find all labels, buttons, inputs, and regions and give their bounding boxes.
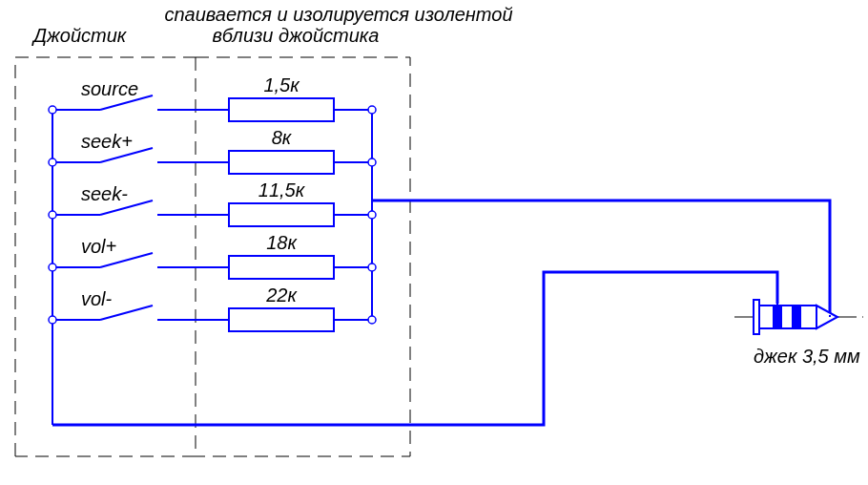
schematic-diagram: Джойстик спаивается и изолируется изолен… <box>0 0 868 485</box>
svg-rect-14 <box>229 151 334 174</box>
switch-label: vol- <box>81 288 113 309</box>
joystick-title: Джойстик <box>31 25 128 46</box>
switch-label: source <box>81 78 138 99</box>
jack-label: джек 3,5 мм <box>754 346 860 367</box>
svg-rect-21 <box>229 203 334 226</box>
svg-point-17 <box>368 158 376 166</box>
solder-title-1: спаивается и изолируется изолентой <box>164 4 512 25</box>
resistor-label: 8к <box>272 127 293 148</box>
svg-rect-28 <box>229 256 334 279</box>
svg-point-10 <box>368 106 376 114</box>
resistor-label: 22к <box>265 285 298 306</box>
svg-point-9 <box>49 106 56 114</box>
resistor-label: 11,5к <box>258 179 306 200</box>
svg-rect-41 <box>759 306 816 328</box>
svg-point-23 <box>49 211 56 219</box>
svg-point-30 <box>49 264 56 271</box>
svg-rect-42 <box>773 306 782 328</box>
resistor-label: 1,5к <box>263 74 300 95</box>
svg-rect-43 <box>792 306 801 328</box>
row-seek-minus: seek- 11,5к <box>49 179 376 226</box>
svg-point-37 <box>49 316 56 324</box>
row-seek-plus: seek+ 8к <box>49 127 376 174</box>
switch-label: seek+ <box>81 131 133 152</box>
row-vol-plus: vol+ 18к <box>49 232 376 279</box>
row-vol-minus: vol- 22к <box>49 285 376 331</box>
svg-rect-35 <box>229 308 334 331</box>
svg-point-24 <box>368 211 376 219</box>
svg-point-38 <box>368 316 376 324</box>
joystick-box <box>15 57 196 456</box>
svg-marker-44 <box>816 306 837 328</box>
solder-title-2: вблизи джойстика <box>213 25 380 46</box>
switch-label: seek- <box>81 183 128 204</box>
switch-label: vol+ <box>81 236 116 257</box>
svg-rect-7 <box>229 98 334 121</box>
jack-plug-icon <box>734 300 863 334</box>
resistor-label: 18к <box>266 232 298 253</box>
svg-point-16 <box>49 158 56 166</box>
svg-point-31 <box>368 264 376 271</box>
row-source: source 1,5к <box>49 74 376 121</box>
